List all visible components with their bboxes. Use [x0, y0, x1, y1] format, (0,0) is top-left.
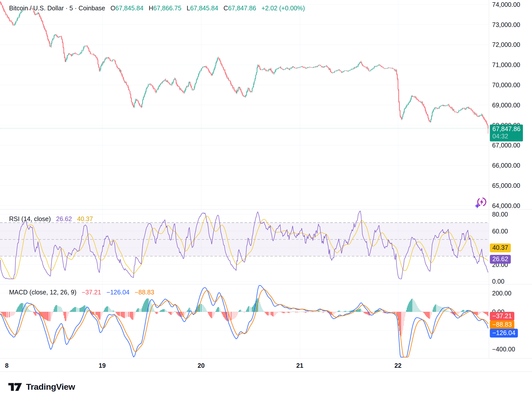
macd-tick-label: −400.00 [492, 346, 515, 353]
chart-canvas[interactable] [0, 0, 532, 394]
rsi-ma-badge: 40.37 [490, 244, 511, 252]
macd-line-badge: −126.04 [490, 329, 518, 338]
rsi-ma-value: 40.37 [77, 215, 93, 222]
change-value: +2.02 (+0.00%) [261, 5, 305, 12]
price-tick-label: 74,000.00 [492, 1, 520, 8]
last-price-value: 67,847.86 [492, 125, 520, 133]
time-tick-label: 8 [5, 362, 9, 369]
price-tick-label: 71,000.00 [492, 61, 520, 69]
ohlc-close-value: 67,847.86 [228, 5, 256, 12]
flash-refresh-icon[interactable] [474, 196, 489, 210]
price-tick-label: 73,000.00 [492, 21, 520, 28]
ohlc-open-value: 67,845.84 [115, 5, 143, 12]
rsi-tick-label: 0.00 [492, 278, 504, 285]
rsi-tick-label: 80.00 [492, 211, 508, 218]
macd-tick-label: 200.00 [492, 290, 511, 297]
rsi-legend[interactable]: RSI (14, close) 26.62 40.37 [9, 215, 93, 223]
macd-hist-badge: −37.21 [490, 312, 514, 321]
rsi-value: 26.62 [56, 215, 72, 222]
macd-line-value: −126.04 [107, 289, 129, 296]
price-tick-label: 69,000.00 [492, 101, 520, 109]
price-tick-label: 67,000.00 [492, 142, 520, 149]
symbol-title[interactable]: Bitcoin / U.S. Dollar · 5 · Coinbase [9, 5, 105, 12]
time-tick-label: 22 [394, 362, 402, 369]
price-tick-label: 65,000.00 [492, 182, 520, 189]
ohlc-low-label: L [187, 5, 190, 12]
ohlc-open-label: O [111, 5, 115, 12]
macd-legend[interactable]: MACD (close, 12, 26, 9) −37.21 −126.04 −… [9, 288, 154, 296]
ohlc-low-value: 67,845.84 [190, 5, 218, 12]
price-tick-label: 70,000.00 [492, 81, 520, 89]
tradingview-logo[interactable]: TradingView [8, 382, 75, 392]
price-tick-label: 66,000.00 [492, 162, 520, 169]
ohlc-high-value: 67,866.75 [153, 5, 181, 12]
ohlc-high-label: H [149, 5, 153, 12]
rsi-title[interactable]: RSI (14, close) [9, 215, 51, 222]
price-tick-label: 64,000.00 [492, 202, 520, 209]
macd-hist-value: −37.21 [82, 289, 101, 296]
tradingview-logo-mark [8, 383, 23, 391]
macd-signal-badge: −88.83 [490, 320, 514, 329]
time-tick-label: 19 [99, 362, 106, 369]
time-tick-label: 21 [296, 362, 303, 369]
rsi-badge: 26.62 [490, 255, 511, 264]
main-legend[interactable]: Bitcoin / U.S. Dollar · 5 · Coinbase O67… [9, 4, 305, 12]
price-tick-label: 72,000.00 [492, 41, 520, 48]
ohlc-close-label: C [224, 5, 228, 12]
macd-title[interactable]: MACD (close, 12, 26, 9) [9, 289, 76, 296]
last-price-badge: 67,847.86 04:32 [490, 125, 523, 141]
rsi-tick-label: 60.00 [492, 227, 508, 235]
time-tick-label: 20 [198, 362, 205, 369]
tradingview-logo-text: TradingView [26, 382, 75, 392]
macd-signal-value: −88.83 [135, 289, 154, 296]
last-price-countdown: 04:32 [492, 133, 520, 140]
